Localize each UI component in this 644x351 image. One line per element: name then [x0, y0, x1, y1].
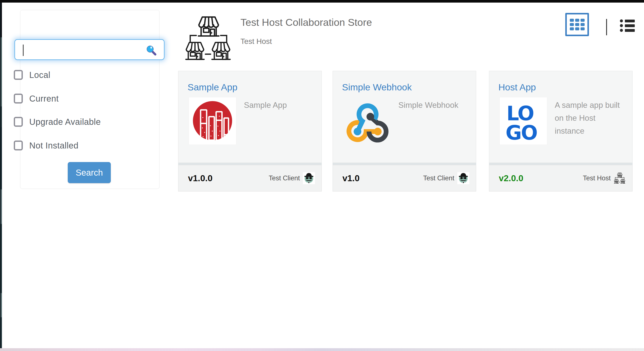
checkbox-label: Not Installed	[29, 141, 78, 150]
magnifier-icon[interactable]	[146, 45, 156, 56]
publisher-badge: Test Host	[583, 172, 626, 184]
search-button[interactable]: Search	[68, 162, 111, 183]
filter-current[interactable]: Current	[14, 93, 59, 104]
window-bottom-edge	[0, 348, 644, 351]
grid-glyph	[570, 19, 585, 30]
collaboration-store-page: Local Current Upgrade Available Not Inst…	[0, 0, 644, 351]
checkbox-local[interactable]	[14, 70, 23, 80]
app-title-link[interactable]: Simple Webhook	[342, 82, 412, 93]
card-footer: v1.0.0 Test Client	[178, 165, 322, 192]
card-footer: v2.0.0 Test Host	[489, 165, 632, 192]
app-version: v2.0.0	[499, 173, 523, 183]
app-title-link[interactable]: Sample App	[188, 82, 238, 93]
filter-upgrade-available[interactable]: Upgrade Available	[14, 116, 101, 127]
publisher-badge: Test Client	[423, 172, 469, 184]
app-description: Simple Webhook	[398, 99, 471, 112]
mini-store-icon	[614, 172, 626, 184]
checkbox-label: Upgrade Available	[29, 117, 101, 127]
spy-avatar-icon	[457, 172, 469, 184]
window-top-edge	[0, 0, 644, 3]
spy-avatar-icon	[303, 172, 315, 184]
page-title: Test Host Collaboration Store	[240, 16, 372, 28]
collaboration-store-icon	[184, 15, 233, 62]
app-title-link[interactable]: Host App	[498, 82, 536, 93]
checkbox-not-installed[interactable]	[14, 141, 23, 150]
app-card-host-app[interactable]: Host App LO GO A sample app built on the…	[489, 71, 632, 192]
app-version: v1.0.0	[188, 173, 212, 183]
publisher-name: Test Client	[423, 174, 454, 182]
red-circle-bars-icon	[189, 97, 236, 145]
card-divider-band	[489, 163, 632, 165]
checkbox-label: Local	[29, 70, 50, 80]
card-divider-band	[332, 163, 476, 165]
publisher-name: Test Client	[269, 174, 300, 182]
view-toggles	[565, 13, 635, 36]
publisher-name: Test Host	[583, 174, 611, 182]
checkbox-upgrade-available[interactable]	[14, 117, 23, 127]
filter-not-installed[interactable]: Not Installed	[14, 140, 78, 151]
app-description: Sample App	[244, 99, 316, 112]
list-view-icon[interactable]	[620, 19, 635, 32]
app-card-sample-app[interactable]: Sample App Sample App v1.0.0	[178, 71, 322, 192]
grid-view-icon[interactable]	[565, 13, 589, 36]
logo-text-icon: LO GO	[500, 97, 547, 145]
checkbox-label: Current	[29, 94, 59, 104]
search-input[interactable]	[15, 40, 164, 59]
window-left-edge	[0, 3, 2, 348]
app-card-simple-webhook[interactable]: Simple Webhook Simple Webhook v1.0 Test …	[332, 71, 476, 192]
page-subtitle: Test Host	[240, 37, 272, 46]
app-version: v1.0	[342, 173, 360, 183]
webhook-icon	[343, 97, 390, 145]
search-box	[14, 39, 164, 60]
app-description: A sample app built on the Host instance	[555, 99, 627, 138]
filter-local[interactable]: Local	[14, 69, 50, 81]
card-divider-band	[178, 163, 322, 165]
svg-text:GO: GO	[506, 121, 537, 144]
text-caret	[23, 45, 24, 56]
publisher-badge: Test Client	[269, 172, 315, 184]
toggle-divider	[606, 19, 607, 35]
checkbox-current[interactable]	[14, 94, 23, 104]
card-footer: v1.0 Test Client	[332, 165, 476, 192]
